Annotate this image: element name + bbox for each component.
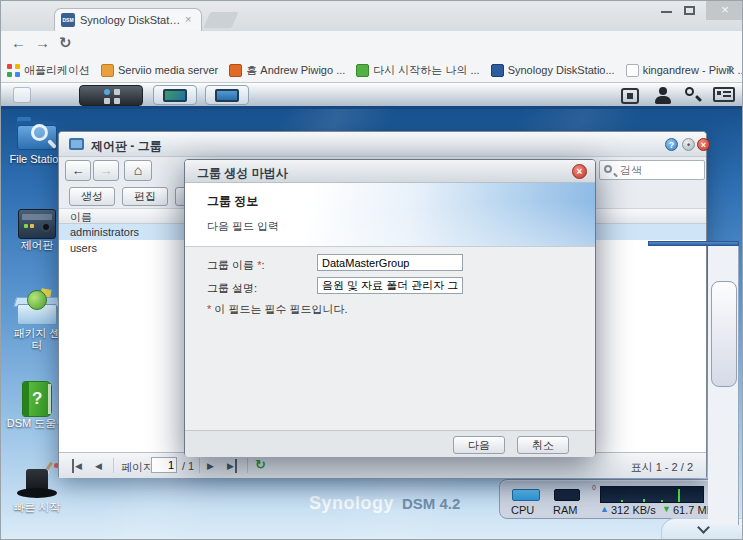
bookmark-piwik[interactable]: kingandrew - Piwik ... (626, 64, 743, 77)
wizard-section-title: 그룹 정보 (207, 193, 258, 210)
cpu-usage-bar (512, 489, 540, 501)
wizard-footer: 다음 취소 (185, 430, 595, 457)
browser-back-icon[interactable]: ← (11, 34, 26, 51)
group-description-label: 그룹 설명: (207, 281, 257, 296)
window-help-icon[interactable]: ? (665, 138, 678, 151)
group-name-input[interactable] (317, 254, 463, 271)
pagination-status: 표시 1 - 2 / 2 (631, 460, 693, 475)
upload-arrow-icon: ▲ (600, 504, 609, 514)
ram-label: RAM (553, 504, 577, 516)
apps-grid-icon (7, 64, 20, 77)
browser-toolbar: ← → ↻ 192.168.0.200:5000/webman/index.cg… (1, 31, 743, 58)
main-menu-button[interactable] (79, 85, 143, 106)
taskbar-app-control-panel-button[interactable] (205, 85, 249, 105)
edit-button[interactable]: 편집 (122, 187, 168, 206)
green-site-icon (356, 64, 369, 77)
browser-window: DSM Synology DiskStation - M × × ← → ↻ 1… (0, 0, 743, 540)
bookmarks-bar: 애플리케이션 Serviio media server 홈 Andrew Piw… (1, 58, 743, 83)
window-pin-icon[interactable]: • (682, 138, 695, 151)
bookmark-apps[interactable]: 애플리케이션 (7, 63, 90, 78)
page-label: 페이지 (121, 460, 154, 475)
dsm-watermark: SynologyDSM 4.2 (309, 493, 460, 514)
window-maximize-icon[interactable] (684, 6, 695, 15)
question-mark-icon: ? (32, 389, 42, 409)
dsm-taskbar (1, 83, 743, 109)
page-total: / 1 (182, 460, 194, 472)
control-panel-titlebar[interactable]: 제어판 - 그룹 ? • × (59, 132, 706, 157)
page-next-icon[interactable]: ▶ (207, 459, 214, 473)
cp-forward-button[interactable]: → (93, 160, 119, 181)
globe-icon (27, 290, 47, 310)
page-last-icon[interactable]: ▶ (227, 459, 237, 473)
control-panel-title: 제어판 - 그룹 (91, 138, 162, 155)
dsm-favicon: DSM (61, 13, 75, 27)
next-button[interactable]: 다음 (453, 436, 505, 454)
cp-search-input[interactable] (618, 162, 702, 178)
wizard-title: 그룹 생성 마법사 (197, 165, 288, 182)
serviio-icon (101, 64, 114, 77)
group-wizard-dialog: 그룹 생성 마법사 × 그룹 정보 다음 필드 입력 그룹 이름 *: 그룹 설… (184, 159, 596, 457)
resource-monitor-widget[interactable]: CPU RAM 0 ▲ 312 KB/s ▼ 61.7 MB/s (499, 479, 737, 519)
taskbar-app-photo-button[interactable] (153, 85, 197, 105)
bookmark-serviio[interactable]: Serviio media server (101, 64, 218, 77)
browser-titlebar: DSM Synology DiskStation - M × × (1, 1, 743, 31)
browser-reload-icon[interactable]: ↻ (59, 34, 72, 52)
search-icon[interactable] (685, 87, 702, 104)
search-magnifier-icon (604, 165, 612, 173)
widgets-panel-icon[interactable] (713, 87, 735, 102)
control-panel-app-icon (215, 89, 239, 102)
wizard-titlebar[interactable]: 그룹 생성 마법사 × (185, 160, 595, 183)
main-menu-grid-icon (104, 89, 120, 104)
refresh-icon[interactable]: ↻ (255, 457, 266, 472)
upload-speed: 312 KB/s (611, 504, 656, 516)
cancel-button[interactable]: 취소 (517, 436, 569, 454)
page-prev-icon[interactable]: ◀ (95, 459, 102, 473)
external-device-icon[interactable] (621, 88, 639, 104)
cpu-label: CPU (511, 504, 534, 516)
bookmark-synology[interactable]: Synology DiskStatio... (491, 64, 615, 77)
page-file-icon (626, 64, 639, 77)
wizard-close-icon[interactable]: × (572, 164, 587, 179)
window-close-icon[interactable]: × (706, 1, 743, 20)
photo-app-icon (163, 89, 187, 102)
network-graph (600, 486, 704, 503)
group-description-input[interactable] (317, 277, 463, 294)
magnifier-icon (31, 124, 48, 141)
new-tab-button[interactable] (203, 12, 238, 28)
wizard-step-header: 그룹 정보 다음 필드 입력 (185, 183, 595, 247)
cp-search-box[interactable] (599, 160, 705, 180)
widgets-panel-widget-edge (711, 281, 737, 387)
group-name-label: 그룹 이름 *: (207, 258, 264, 273)
bookmarks-overflow-icon[interactable]: » (727, 61, 734, 75)
user-menu-icon[interactable] (655, 87, 671, 104)
cp-home-button[interactable]: ⌂ (124, 160, 152, 181)
browser-tab[interactable]: DSM Synology DiskStation - M × (54, 8, 202, 31)
page-number-input[interactable] (151, 457, 177, 473)
graph-zero-label: 0 (592, 484, 596, 491)
dsm-site-icon (491, 64, 504, 77)
download-arrow-icon: ▼ (662, 504, 671, 514)
create-button[interactable]: 생성 (69, 187, 115, 206)
bookmark-restart[interactable]: 다시 시작하는 나의 ... (356, 63, 479, 78)
page-first-icon[interactable]: ◀ (72, 459, 82, 473)
bookmark-piwigo[interactable]: 홈 Andrew Piwigo ... (229, 63, 345, 78)
piwigo-icon (229, 64, 242, 77)
tab-close-icon[interactable]: × (185, 13, 191, 25)
required-field-note: * 이 필드는 필수 필드입니다. (207, 302, 348, 317)
show-desktop-button[interactable] (13, 87, 31, 103)
tab-title: Synology DiskStation - M (80, 14, 182, 26)
browser-forward-icon[interactable]: → (35, 34, 50, 51)
cp-back-button[interactable]: ← (65, 160, 91, 181)
wizard-section-subtitle: 다음 필드 입력 (207, 219, 279, 234)
window-close-circle-icon[interactable]: × (697, 138, 710, 151)
window-minimize-icon[interactable] (661, 11, 672, 13)
control-panel-window-icon (69, 138, 84, 150)
ram-usage-bar (554, 489, 580, 501)
